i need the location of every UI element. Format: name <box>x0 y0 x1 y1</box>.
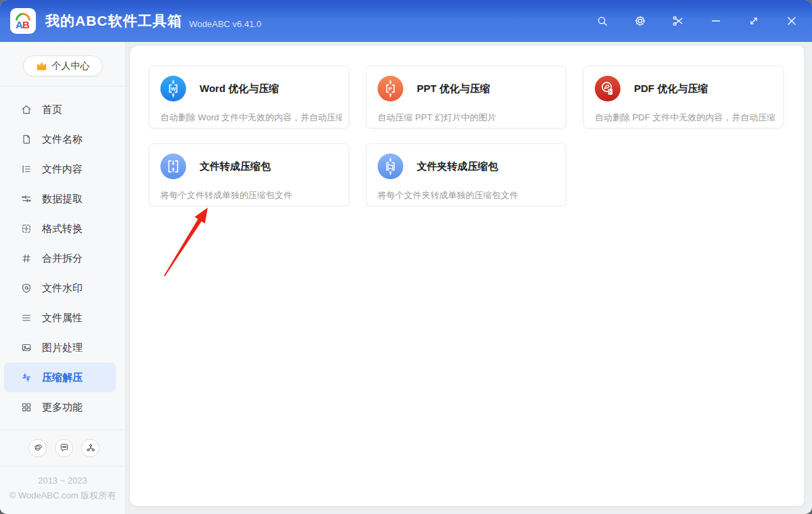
sidebar-item-label: 压缩解压 <box>42 371 83 384</box>
file-name-icon <box>20 133 32 145</box>
card-title: PPT 优化与压缩 <box>417 83 490 95</box>
tool-cards: W Word 优化与压缩 自动删除 Word 文件中无效的内容，并自动压缩里面 … <box>149 66 804 221</box>
merge-split-icon <box>20 252 32 264</box>
sidebar-item-more-features[interactable]: 更多功能 <box>0 392 125 422</box>
more-features-icon <box>20 401 32 413</box>
sidebar-item-compress[interactable]: 压缩解压 <box>4 363 116 392</box>
minimize-icon <box>709 14 723 28</box>
sidebar-item-format-convert[interactable]: 格式转换 <box>0 214 125 243</box>
format-convert-icon <box>20 223 32 235</box>
card-ppt-compress[interactable]: P PPT 优化与压缩 自动压缩 PPT 幻灯片中的图片 <box>366 66 566 128</box>
card-description: 自动压缩 PPT 幻灯片中的图片 <box>378 112 559 124</box>
compress-icon <box>20 371 32 383</box>
sidebar-item-data-extract[interactable]: 数据提取 <box>0 184 125 214</box>
titlebar-actions <box>591 10 803 32</box>
svg-text:B: B <box>22 19 30 30</box>
crown-icon <box>36 61 47 71</box>
app-window: A B 我的ABC软件工具箱 WodeABC v6.41.0 <box>0 0 812 514</box>
search-icon <box>595 14 609 28</box>
card-folder-to-zip[interactable]: 文件夹转成压缩包 将每个文件夹转成单独的压缩包文件 <box>366 143 566 206</box>
card-title: Word 优化与压缩 <box>200 83 279 95</box>
sidebar-item-home[interactable]: 首页 <box>0 95 125 124</box>
sidebar-item-label: 图片处理 <box>42 342 83 354</box>
sidebar-nav: 首页 文件名称 文件内容 数据提取 <box>0 87 125 422</box>
personal-center-label: 个人中心 <box>52 60 90 72</box>
sidebar-item-merge-split[interactable]: 合并拆分 <box>0 243 125 273</box>
personal-center-button[interactable]: 个人中心 <box>23 55 103 76</box>
data-extract-icon <box>20 193 32 205</box>
card-title: 文件转成压缩包 <box>200 160 271 173</box>
feedback-icon <box>59 442 70 453</box>
file-content-icon <box>20 163 32 175</box>
sidebar-item-image-process[interactable]: 图片处理 <box>0 333 125 363</box>
sidebar-item-label: 首页 <box>42 103 62 116</box>
pdf-compress-icon <box>595 76 621 101</box>
image-process-icon <box>20 342 32 354</box>
maximize-icon <box>747 14 761 28</box>
screenshot-button[interactable] <box>667 10 689 32</box>
card-description: 将每个文件夹转成单独的压缩包文件 <box>378 189 559 202</box>
browser-link-button[interactable] <box>28 439 47 457</box>
sidebar-item-label: 更多功能 <box>42 401 83 414</box>
minimize-button[interactable] <box>705 10 727 32</box>
maximize-button[interactable] <box>743 10 765 32</box>
app-logo: A B <box>10 8 36 34</box>
sidebar-item-watermark[interactable]: 文件水印 <box>0 273 125 303</box>
sidebar-item-label: 数据提取 <box>42 193 83 206</box>
main-panel: W Word 优化与压缩 自动删除 Word 文件中无效的内容，并自动压缩里面 … <box>130 46 804 506</box>
svg-text:W: W <box>171 86 176 92</box>
screenshot-icon <box>671 14 685 28</box>
search-button[interactable] <box>591 10 613 32</box>
watermark-icon <box>20 282 32 294</box>
card-title: 文件夹转成压缩包 <box>417 160 498 173</box>
card-word-compress[interactable]: W Word 优化与压缩 自动删除 Word 文件中无效的内容，并自动压缩里面 <box>149 66 349 128</box>
app-logo-icon: A B <box>13 11 33 31</box>
copyright-owner: © WodeABC.com 版权所有 <box>0 488 125 503</box>
card-description: 自动删除 PDF 文件中无效的内容，并自动压缩里面 <box>595 112 776 124</box>
file-attributes-icon <box>20 312 32 324</box>
close-button[interactable] <box>781 10 803 32</box>
settings-button[interactable] <box>629 10 651 32</box>
ppt-compress-icon: P <box>378 76 403 101</box>
card-file-to-zip[interactable]: 文件转成压缩包 将每个文件转成单独的压缩包文件 <box>149 143 349 206</box>
card-description: 将每个文件转成单独的压缩包文件 <box>160 189 342 202</box>
sidebar-item-label: 合并拆分 <box>42 252 83 265</box>
browser-icon <box>32 442 43 453</box>
sidebar-item-file-name[interactable]: 文件名称 <box>0 124 125 154</box>
card-description: 自动删除 Word 文件中无效的内容，并自动压缩里面 <box>160 112 342 124</box>
share-button[interactable] <box>81 439 99 457</box>
app-title: 我的ABC软件工具箱 <box>45 11 183 30</box>
titlebar: A B 我的ABC软件工具箱 WodeABC v6.41.0 <box>0 0 812 42</box>
card-title: PDF 优化与压缩 <box>634 83 708 95</box>
app-version: WodeABC v6.41.0 <box>189 19 262 29</box>
sidebar-item-label: 文件属性 <box>42 312 83 325</box>
close-icon <box>785 14 798 28</box>
feedback-button[interactable] <box>55 439 73 457</box>
svg-text:P: P <box>388 86 392 92</box>
sidebar-item-label: 文件名称 <box>42 133 83 146</box>
sidebar-footer: 2013 ~ 2023 © WodeABC.com 版权所有 <box>0 429 125 514</box>
card-pdf-compress[interactable]: PDF 优化与压缩 自动删除 PDF 文件中无效的内容，并自动压缩里面 <box>583 66 784 128</box>
sidebar-item-label: 文件内容 <box>42 163 83 176</box>
sidebar-item-label: 格式转换 <box>42 223 83 235</box>
sidebar-item-file-content[interactable]: 文件内容 <box>0 154 125 184</box>
home-icon <box>20 103 32 116</box>
word-compress-icon: W <box>160 76 186 101</box>
settings-icon <box>633 14 647 28</box>
sidebar-item-label: 文件水印 <box>42 282 83 295</box>
sidebar-item-file-attributes[interactable]: 文件属性 <box>0 303 125 333</box>
file-to-zip-icon <box>160 154 186 179</box>
share-icon <box>85 442 96 453</box>
folder-to-zip-icon <box>378 154 403 179</box>
copyright: 2013 ~ 2023 © WodeABC.com 版权所有 <box>0 467 125 514</box>
copyright-years: 2013 ~ 2023 <box>0 473 125 488</box>
sidebar: 个人中心 首页 文件名称 文件内容 <box>0 42 126 514</box>
